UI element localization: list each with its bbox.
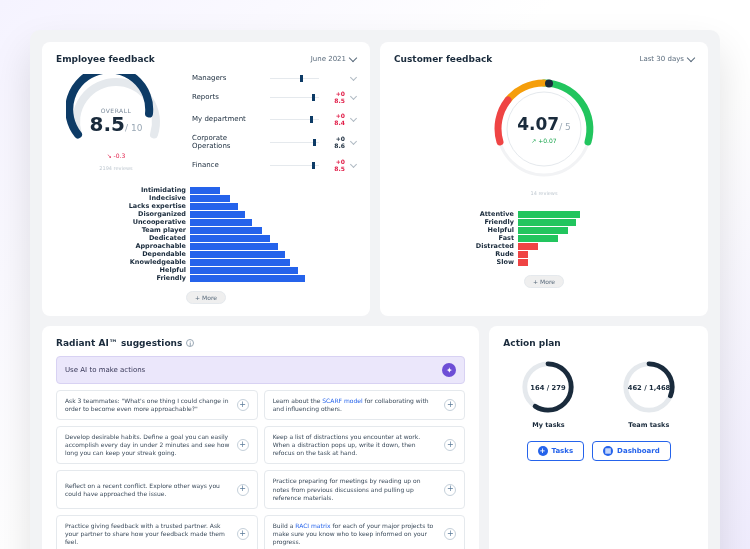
employee-feedback-card: Employee feedback June 2021 OVERALL 8.5/… [42, 42, 370, 316]
dial-label: Team tasks [628, 421, 669, 429]
ai-suggestion-text: Keep a list of distractions you encounte… [273, 433, 439, 457]
slider-row[interactable]: Reports+0 8.5 [192, 90, 356, 104]
ai-suggestion[interactable]: Learn about the SCARF model for collabor… [264, 390, 466, 420]
customer-delta: ↗ +0.07 [531, 137, 556, 144]
employee-title: Employee feedback [56, 54, 155, 64]
ai-suggestion[interactable]: Keep a list of distractions you encounte… [264, 426, 466, 464]
chevron-down-icon [350, 92, 357, 99]
slider-label: Finance [192, 161, 264, 169]
employee-sliders: ManagersReports+0 8.5My department+0 8.4… [192, 74, 356, 172]
slider-track [270, 142, 319, 143]
ai-link[interactable]: SCARF model [322, 397, 362, 404]
chevron-down-icon [350, 160, 357, 167]
trait-row: Friendly [56, 274, 356, 282]
customer-feedback-card: Customer feedback Last 30 days 4.07/ 5 [380, 42, 708, 316]
trait-row: Fast [394, 234, 694, 242]
ai-link[interactable]: RACI matrix [295, 522, 330, 529]
trait-row: Approachable [56, 242, 356, 250]
trait-bar [518, 259, 528, 266]
trait-row: Dependable [56, 250, 356, 258]
trait-bar [518, 235, 558, 242]
chevron-down-icon [350, 73, 357, 80]
employee-period-label: June 2021 [311, 55, 346, 63]
employee-more-button[interactable]: + More [186, 291, 226, 304]
add-icon: + [237, 528, 249, 540]
trait-label: Indecisive [56, 194, 186, 202]
sparkle-icon: ✦ [442, 363, 456, 377]
trait-bar [190, 251, 285, 258]
add-icon: + [444, 484, 456, 496]
ai-suggestion[interactable]: Practice preparing for meetings by readi… [264, 470, 466, 508]
ai-suggestions-card: Radiant AI™ suggestions i Use AI to make… [42, 326, 479, 549]
dashboard-button[interactable]: ▦Dashboard [592, 441, 671, 461]
trait-row: Uncooperative [56, 218, 356, 226]
trait-bar [190, 203, 238, 210]
slider-row[interactable]: Corporate Operations+0 8.6 [192, 134, 356, 150]
trait-label: Dependable [56, 250, 186, 258]
trait-label: Dedicated [56, 234, 186, 242]
trait-label: Helpful [394, 226, 514, 234]
ai-suggestion-text: Reflect on a recent conflict. Explore ot… [65, 482, 231, 498]
trait-bar [190, 275, 305, 282]
customer-more-button[interactable]: + More [524, 275, 564, 288]
employee-score: 8.5 [90, 112, 125, 136]
ai-title: Radiant AI™ suggestions [56, 338, 182, 348]
trait-label: Slow [394, 258, 514, 266]
slider-row[interactable]: Finance+0 8.5 [192, 158, 356, 172]
ai-suggestion[interactable]: Ask 3 teammates: "What's one thing I cou… [56, 390, 258, 420]
slider-label: Corporate Operations [192, 134, 264, 150]
trait-row: Slow [394, 258, 694, 266]
chevron-down-icon [350, 137, 357, 144]
grid-icon: ▦ [603, 446, 613, 456]
trait-bar [190, 235, 270, 242]
trait-label: Intimidating [56, 186, 186, 194]
ai-suggestion-text: Develop desirable habits. Define a goal … [65, 433, 231, 457]
add-icon: + [444, 528, 456, 540]
slider-value: +0 8.6 [325, 135, 345, 149]
ai-suggestion-text: Ask 3 teammates: "What's one thing I cou… [65, 397, 231, 413]
trait-label: Attentive [394, 210, 514, 218]
trait-bar [190, 259, 290, 266]
svg-text:164 / 279: 164 / 279 [531, 384, 567, 392]
trait-row: Helpful [56, 266, 356, 274]
trait-bar [190, 211, 245, 218]
employee-delta: ↘ -0.3 [107, 152, 126, 159]
trait-bar [190, 267, 298, 274]
trait-bar [190, 195, 230, 202]
ai-suggestion[interactable]: Develop desirable habits. Define a goal … [56, 426, 258, 464]
slider-value: +0 8.5 [325, 90, 345, 104]
trait-label: Distracted [394, 242, 514, 250]
trait-row: Disorganized [56, 210, 356, 218]
customer-period-dropdown[interactable]: Last 30 days [640, 55, 694, 63]
dashboard-button-label: Dashboard [617, 447, 660, 455]
trait-bar [518, 227, 568, 234]
ai-suggestion-text: Learn about the SCARF model for collabor… [273, 397, 439, 413]
ai-suggestion-text: Build a RACI matrix for each of your maj… [273, 522, 439, 546]
progress-dial: 462 / 1,468Team tasks [620, 358, 678, 429]
add-icon: + [237, 484, 249, 496]
add-icon: + [237, 399, 249, 411]
trait-row: Dedicated [56, 234, 356, 242]
ai-suggestion[interactable]: Practice giving feedback with a trusted … [56, 515, 258, 549]
slider-row[interactable]: Managers [192, 74, 356, 82]
add-icon: + [237, 439, 249, 451]
add-icon: + [444, 399, 456, 411]
ai-first-label: Use AI to make actions [65, 366, 145, 374]
slider-row[interactable]: My department+0 8.4 [192, 112, 356, 126]
slider-label: My department [192, 115, 264, 123]
trait-label: Fast [394, 234, 514, 242]
tasks-button[interactable]: +Tasks [527, 441, 585, 461]
trait-label: Helpful [56, 266, 186, 274]
trait-label: Rude [394, 250, 514, 258]
ai-suggestion[interactable]: Reflect on a recent conflict. Explore ot… [56, 470, 258, 508]
employee-period-dropdown[interactable]: June 2021 [311, 55, 356, 63]
ai-make-actions-button[interactable]: Use AI to make actions ✦ [56, 356, 465, 384]
customer-score: 4.07 [517, 114, 559, 134]
trait-bar [518, 251, 528, 258]
employee-reviews: 2194 reviews [99, 165, 132, 171]
trait-row: Helpful [394, 226, 694, 234]
progress-dial: 164 / 279My tasks [519, 358, 577, 429]
info-icon[interactable]: i [186, 339, 194, 347]
trait-label: Friendly [56, 274, 186, 282]
ai-suggestion[interactable]: Build a RACI matrix for each of your maj… [264, 515, 466, 549]
